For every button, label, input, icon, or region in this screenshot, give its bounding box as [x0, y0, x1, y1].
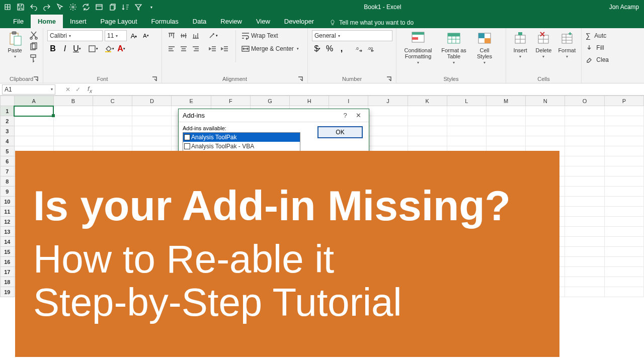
save-icon[interactable] — [16, 3, 25, 12]
wrap-text-button[interactable]: Wrap Text — [241, 30, 299, 41]
autosum-button[interactable]: ∑ Autc — [586, 30, 606, 41]
column-header[interactable]: M — [486, 96, 525, 106]
cell[interactable] — [368, 136, 408, 146]
copy-icon[interactable] — [29, 42, 39, 52]
cell[interactable] — [447, 136, 486, 146]
fill-button[interactable]: Fill — [586, 42, 604, 53]
formula-input[interactable] — [95, 84, 644, 95]
row-header[interactable]: 19 — [1, 287, 15, 297]
cell-styles-button[interactable]: Cell Styles▾ — [472, 30, 497, 65]
cell[interactable] — [368, 116, 408, 126]
column-header[interactable]: K — [408, 96, 447, 106]
row-header[interactable]: 12 — [1, 217, 15, 227]
sort-icon[interactable] — [121, 3, 130, 12]
cell[interactable] — [565, 166, 604, 176]
column-header[interactable]: F — [211, 96, 250, 106]
column-header[interactable]: O — [565, 96, 604, 106]
row-header[interactable]: 7 — [1, 166, 15, 176]
cell[interactable] — [604, 166, 643, 176]
conditional-formatting-button[interactable]: Conditional Formatting▾ — [400, 30, 436, 65]
copy-icon[interactable] — [108, 3, 117, 12]
cell[interactable] — [604, 277, 643, 287]
tab-insert[interactable]: Insert — [63, 15, 94, 28]
align-middle-icon[interactable] — [178, 30, 189, 41]
row-header[interactable]: 5 — [1, 146, 15, 156]
dialog-launcher-icon[interactable] — [297, 76, 303, 82]
column-header[interactable]: G — [250, 96, 289, 106]
row-header[interactable]: 6 — [1, 156, 15, 166]
name-box[interactable]: A1▾ — [2, 84, 55, 95]
cell[interactable] — [408, 106, 447, 116]
cell[interactable] — [132, 136, 172, 146]
underline-button[interactable]: U▾ — [71, 43, 83, 54]
cell[interactable] — [565, 227, 604, 237]
cell[interactable] — [93, 126, 132, 136]
column-header[interactable]: L — [447, 96, 486, 106]
row-header[interactable]: 15 — [1, 247, 15, 257]
cell[interactable] — [93, 136, 132, 146]
dialog-launcher-icon[interactable] — [33, 76, 39, 82]
cell[interactable] — [447, 116, 486, 126]
cell[interactable] — [526, 136, 565, 146]
cell[interactable] — [408, 136, 447, 146]
cell[interactable] — [604, 227, 643, 237]
insert-cells-button[interactable]: Insert▾ — [510, 30, 530, 59]
cell[interactable] — [565, 187, 604, 197]
font-name-combo[interactable]: Calibri▾ — [47, 30, 103, 41]
column-header[interactable]: J — [368, 96, 408, 106]
checkbox-icon[interactable] — [184, 134, 190, 140]
column-header[interactable]: P — [604, 96, 643, 106]
row-header[interactable]: 17 — [1, 267, 15, 277]
column-header[interactable]: C — [93, 96, 132, 106]
cell[interactable] — [368, 106, 408, 116]
cell[interactable] — [565, 197, 604, 207]
align-top-icon[interactable] — [166, 30, 177, 41]
gear-icon[interactable] — [68, 3, 77, 12]
format-table-button[interactable]: Format as Table▾ — [439, 30, 469, 65]
column-header[interactable]: B — [53, 96, 93, 106]
row-header[interactable]: 1 — [1, 106, 15, 116]
cell[interactable] — [526, 116, 565, 126]
fill-color-icon[interactable]: ▾ — [104, 43, 115, 54]
align-left-icon[interactable] — [166, 43, 177, 54]
filter-icon[interactable] — [134, 3, 143, 12]
cell[interactable] — [604, 207, 643, 217]
column-header[interactable]: D — [132, 96, 172, 106]
cell[interactable] — [604, 156, 643, 166]
row-header[interactable]: 16 — [1, 257, 15, 267]
row-header[interactable]: 11 — [1, 207, 15, 217]
list-item[interactable]: Analysis ToolPak - VBA — [183, 142, 300, 151]
cell[interactable] — [565, 156, 604, 166]
cell[interactable] — [526, 106, 565, 116]
align-bottom-icon[interactable] — [190, 30, 201, 41]
fx-icon[interactable]: fx — [88, 85, 92, 94]
cell[interactable] — [565, 277, 604, 287]
cell[interactable] — [14, 116, 53, 126]
tab-review[interactable]: Review — [213, 15, 249, 28]
window-icon[interactable] — [95, 3, 104, 12]
cell[interactable] — [565, 176, 604, 187]
merge-center-button[interactable]: Merge & Center▾ — [241, 43, 299, 54]
align-center-icon[interactable] — [178, 43, 189, 54]
cancel-formula-icon[interactable]: ✕ — [65, 86, 70, 93]
cell[interactable] — [604, 106, 643, 116]
row-header[interactable]: 2 — [1, 116, 15, 126]
cut-icon[interactable] — [29, 30, 39, 40]
cell[interactable] — [447, 106, 486, 116]
cell[interactable] — [486, 126, 525, 136]
cell[interactable] — [565, 116, 604, 126]
tab-formulas[interactable]: Formulas — [144, 15, 186, 28]
cell[interactable] — [565, 237, 604, 247]
tab-data[interactable]: Data — [186, 15, 213, 28]
decrease-indent-icon[interactable] — [207, 43, 218, 54]
row-header[interactable]: 3 — [1, 126, 15, 136]
cell[interactable] — [132, 106, 172, 116]
cell[interactable] — [53, 106, 93, 116]
font-size-combo[interactable]: 11▾ — [105, 30, 127, 41]
cell[interactable] — [604, 267, 643, 277]
format-painter-icon[interactable] — [29, 53, 39, 63]
tab-view[interactable]: View — [249, 15, 277, 28]
cell[interactable] — [14, 106, 53, 116]
cell[interactable] — [604, 176, 643, 187]
ok-button[interactable]: OK — [317, 126, 363, 138]
